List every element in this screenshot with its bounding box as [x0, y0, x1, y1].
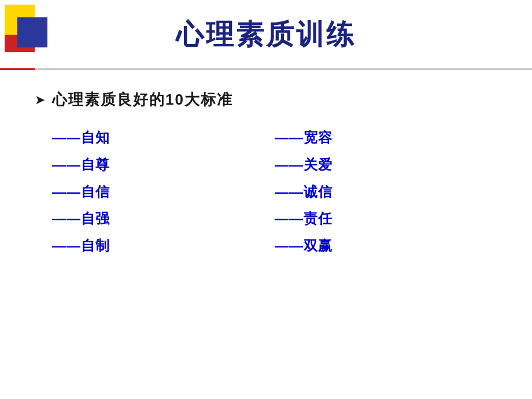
- list-item: ——自强: [52, 207, 275, 231]
- divider-line: [0, 68, 532, 70]
- left-column: ——自知 ——自尊 ——自信 ——自强 ——自制: [52, 126, 275, 258]
- slide: 心理素质训练 ➤ 心理素质良好的10大标准 ——自知 ——自尊 ——自信 ——自…: [0, 0, 532, 399]
- section-heading: ➤ 心理素质良好的10大标准: [35, 90, 497, 110]
- list-item: ——诚信: [275, 180, 497, 204]
- right-column: ——宽容 ——关爱 ——诚信 ——责任 ——双赢: [275, 126, 497, 258]
- slide-title: 心理素质训练: [0, 16, 532, 53]
- arrow-icon: ➤: [35, 93, 45, 108]
- list-item: ——自尊: [52, 153, 275, 177]
- list-item: ——自信: [52, 180, 275, 204]
- list-item: ——关爱: [275, 153, 497, 177]
- section-title: 心理素质良好的10大标准: [52, 90, 233, 110]
- list-item: ——双赢: [275, 234, 497, 258]
- list-item: ——自制: [52, 234, 275, 258]
- list-item: ——责任: [275, 207, 497, 231]
- content-area: ➤ 心理素质良好的10大标准 ——自知 ——自尊 ——自信 ——自强 ——自制 …: [35, 84, 497, 258]
- list-container: ——自知 ——自尊 ——自信 ——自强 ——自制 ——宽容 ——关爱 ——诚信 …: [52, 126, 497, 258]
- blue-square: [17, 17, 47, 47]
- list-item: ——宽容: [275, 126, 497, 150]
- list-item: ——自知: [52, 126, 275, 150]
